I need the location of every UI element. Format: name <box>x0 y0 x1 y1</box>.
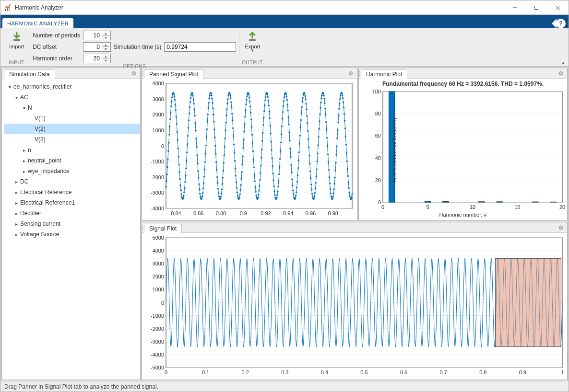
harmonic-order-input[interactable] <box>83 54 102 63</box>
svg-text:80: 80 <box>375 111 381 116</box>
svg-text:2000: 2000 <box>153 274 164 279</box>
svg-text:-3000: -3000 <box>151 339 164 345</box>
statusbar: Drag Panner in Signal Plot tab to analyz… <box>0 381 569 392</box>
svg-text:60: 60 <box>375 133 381 138</box>
chevron-down-icon: ▼ <box>250 48 254 53</box>
panner-window[interactable] <box>495 258 561 346</box>
svg-text:1000: 1000 <box>153 127 164 133</box>
svg-point-10 <box>133 72 135 74</box>
svg-text:-1000: -1000 <box>151 313 164 319</box>
minimize-button[interactable] <box>504 0 525 14</box>
svg-rect-65 <box>533 202 538 202</box>
tree-label: n <box>28 147 31 153</box>
harmonic-plot-axes[interactable]: % of fundamental frequency 0204060801000… <box>359 89 567 211</box>
svg-text:0: 0 <box>378 199 381 205</box>
svg-text:-3000: -3000 <box>151 190 164 196</box>
tree-node-dc[interactable]: ▸DC <box>4 176 140 187</box>
tab-simulation-data[interactable]: Simulation Data <box>4 69 55 79</box>
tree-node-root[interactable]: ▾ee_harmonics_rectifier <box>4 81 140 92</box>
tab-panned-signal[interactable]: Panned Signal Plot <box>144 69 203 79</box>
svg-text:-4000: -4000 <box>151 206 164 211</box>
spin-down-icon[interactable]: ▼ <box>102 58 109 63</box>
num-periods-input[interactable] <box>83 31 102 40</box>
tree-node-v3[interactable]: V(3) <box>4 134 140 145</box>
tree-label: wye_impedance <box>28 168 70 174</box>
tree-node-ac[interactable]: ▾AC <box>4 92 140 103</box>
svg-text:0.7: 0.7 <box>440 369 447 375</box>
export-button[interactable]: Export ▼ <box>242 30 263 54</box>
tree-node-rectifier[interactable]: ▸Rectifier <box>4 208 140 219</box>
gear-icon[interactable] <box>557 70 564 77</box>
svg-rect-61 <box>425 201 430 202</box>
tree-node-vsrc[interactable]: ▸Voltage Source <box>4 229 140 240</box>
ribbon-tab-harmonic-analyzer[interactable]: HARMONIC ANALYZER <box>2 18 73 28</box>
svg-text:0.86: 0.86 <box>193 210 203 216</box>
close-button[interactable] <box>547 0 569 14</box>
tree-label: V(2) <box>35 126 46 132</box>
group-caption-input: INPUT <box>6 60 27 66</box>
gear-icon[interactable] <box>130 70 137 77</box>
pane-simulation-data: Simulation Data ▾ee_harmonics_rectifier … <box>1 68 141 380</box>
svg-text:5000: 5000 <box>153 235 164 241</box>
tree-node-sensing[interactable]: ▸Sensing current <box>4 219 140 229</box>
tree-node-wye[interactable]: ▸wye_impedance <box>4 166 140 176</box>
tree-node-v1[interactable]: V(1) <box>4 113 140 124</box>
tree-simulation-data[interactable]: ▾ee_harmonics_rectifier ▾AC ▾N V(1) V(2)… <box>2 79 140 380</box>
export-icon <box>247 31 258 43</box>
import-button[interactable]: Import <box>6 30 27 50</box>
dc-offset-input[interactable] <box>83 43 102 51</box>
svg-rect-64 <box>497 202 502 202</box>
svg-text:0.96: 0.96 <box>306 210 316 216</box>
tree-label: V(1) <box>35 115 46 122</box>
spin-down-icon[interactable]: ▼ <box>102 35 109 40</box>
svg-text:15: 15 <box>514 204 520 210</box>
spin-up-icon[interactable]: ▲ <box>102 43 109 47</box>
svg-text:0.4: 0.4 <box>321 369 328 375</box>
tree-label: Rectifier <box>20 210 41 217</box>
app-icon <box>4 4 12 12</box>
tab-signal[interactable]: Signal Plot <box>144 224 182 233</box>
svg-text:2000: 2000 <box>153 112 164 117</box>
dc-offset-spinner[interactable]: ▲▼ <box>83 42 111 52</box>
tree-node-neutral[interactable]: ▸neutral_point <box>4 155 140 166</box>
num-periods-label: Number of periods <box>33 32 80 39</box>
harmonic-order-label: Harmonic order <box>33 55 80 62</box>
gear-icon[interactable] <box>557 224 564 231</box>
svg-text:0: 0 <box>165 369 167 375</box>
tree-node-n-upper[interactable]: ▾N <box>4 103 140 113</box>
svg-rect-63 <box>478 202 484 202</box>
harmonic-order-spinner[interactable]: ▲▼ <box>83 54 111 63</box>
sim-time-input[interactable] <box>164 42 236 52</box>
toolstrip-collapse-button[interactable]: ▲ <box>558 59 569 66</box>
svg-text:0.88: 0.88 <box>216 210 226 216</box>
tree-node-eref1[interactable]: ▸Electrical Reference1 <box>4 197 140 208</box>
panned-plot-axes[interactable]: 40003000200010000-1000-2000-3000-40000.8… <box>142 79 357 220</box>
spin-up-icon[interactable]: ▲ <box>102 31 109 35</box>
ribbon-strip: HARMONIC ANALYZER ? <box>0 15 569 28</box>
tree-label: Electrical Reference <box>20 189 71 196</box>
signal-plot-axes[interactable]: 500040003000200010000-1000-2000-3000-400… <box>142 233 567 380</box>
svg-text:40: 40 <box>375 155 381 161</box>
tree-label: AC <box>20 94 28 101</box>
svg-rect-42 <box>383 92 562 202</box>
svg-text:100: 100 <box>372 89 381 94</box>
spin-up-icon[interactable]: ▲ <box>102 54 109 58</box>
help-button[interactable]: ? <box>556 19 566 28</box>
svg-text:20: 20 <box>559 204 565 210</box>
tree-node-n-lower[interactable]: ▸n <box>4 145 140 155</box>
svg-text:0: 0 <box>381 204 384 210</box>
num-periods-spinner[interactable]: ▲▼ <box>83 31 111 40</box>
svg-text:0.6: 0.6 <box>400 369 407 375</box>
tree-node-v2[interactable]: V(2) <box>4 124 140 134</box>
dc-offset-label: DC offset <box>33 44 80 50</box>
tree-label: Voltage Source <box>20 231 59 238</box>
svg-point-41 <box>560 72 562 74</box>
spin-down-icon[interactable]: ▼ <box>102 47 109 51</box>
svg-rect-8 <box>249 39 256 41</box>
maximize-button[interactable] <box>525 0 547 14</box>
tree-node-eref[interactable]: ▸Electrical Reference <box>4 187 140 197</box>
tab-harmonic[interactable]: Harmonic Plot <box>361 69 407 79</box>
svg-text:0.94: 0.94 <box>283 210 293 216</box>
svg-text:0.9: 0.9 <box>240 210 247 216</box>
gear-icon[interactable] <box>347 70 354 77</box>
